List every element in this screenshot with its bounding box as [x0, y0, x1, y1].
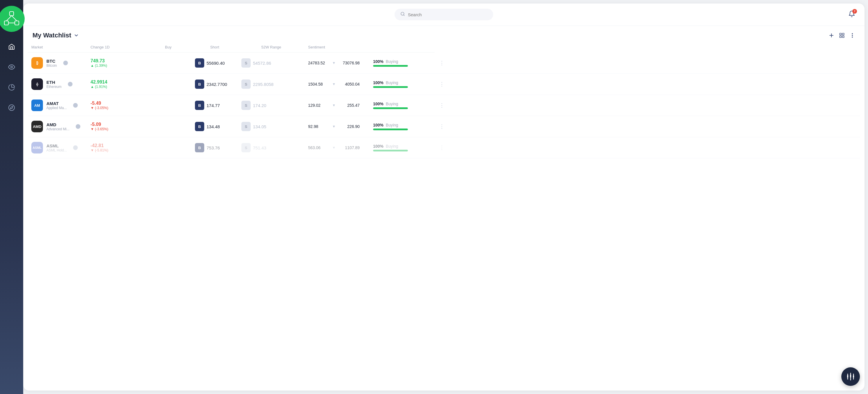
- short-button-btc[interactable]: S: [241, 58, 251, 68]
- buy-price-amat: 174.77: [207, 103, 220, 108]
- search-container[interactable]: [395, 9, 493, 20]
- more-button-eth[interactable]: ⋮: [438, 81, 445, 87]
- range-arrow-amd: ▼: [332, 124, 336, 128]
- ticker-asml: ASML: [46, 143, 67, 148]
- sidebar-item-watchlist[interactable]: [5, 61, 18, 73]
- more-options-icon[interactable]: [849, 32, 855, 38]
- buy-cell-eth[interactable]: B 2342.7700: [191, 74, 238, 95]
- market-cell-amat: AM AMAT Applied Ma...: [28, 95, 87, 116]
- svg-rect-2: [15, 21, 19, 25]
- row-more-eth[interactable]: ⋮: [435, 74, 860, 95]
- sentiment-bar-eth: [373, 86, 408, 88]
- short-cell-btc[interactable]: S 54572.86: [238, 53, 305, 74]
- short-price-eth: 2295.8058: [253, 82, 274, 87]
- discover-icon: [8, 104, 15, 111]
- fab-button[interactable]: [841, 367, 860, 386]
- sidebar-item-discover[interactable]: [5, 101, 18, 114]
- notification-button[interactable]: 7: [848, 10, 855, 19]
- svg-point-18: [852, 33, 852, 34]
- sentiment-fill-amd: [373, 128, 408, 130]
- change-pct-amat: ▼ (-3.05%): [91, 106, 142, 110]
- logo: [0, 6, 25, 32]
- buy-cell-asml[interactable]: B 753.76: [191, 137, 238, 158]
- row-more-btc[interactable]: ⋮: [435, 53, 860, 74]
- col-header-short: Short: [191, 42, 238, 53]
- sidebar-item-home[interactable]: [5, 41, 18, 53]
- sentiment-label-btc: Buying: [386, 59, 398, 64]
- buy-button-amat[interactable]: B: [195, 101, 204, 110]
- chart-settings-icon: [846, 372, 855, 381]
- sentiment-label-eth: Buying: [386, 80, 398, 85]
- range-arrow-amat: ▼: [332, 103, 336, 108]
- range-low-amd: 92.98: [308, 124, 330, 129]
- short-button-asml[interactable]: S: [241, 143, 251, 152]
- buy-cell-amd[interactable]: B 134.48: [191, 116, 238, 137]
- sentiment-fill-asml: [373, 150, 408, 151]
- watchlist-title-text: My Watchlist: [32, 32, 71, 39]
- buy-button-asml[interactable]: B: [195, 143, 204, 152]
- name-amat: Applied Ma...: [46, 106, 67, 110]
- short-price-amat: 174.20: [253, 103, 266, 108]
- col-header-sentiment: Sentiment: [305, 42, 370, 53]
- sentiment-bar-amat: [373, 108, 408, 109]
- short-button-eth[interactable]: S: [241, 80, 251, 89]
- pie-icon-btc: [63, 60, 68, 66]
- watchlist-title[interactable]: My Watchlist: [32, 32, 79, 39]
- buy-button-eth[interactable]: B: [195, 80, 204, 89]
- change-pct-amd: ▼ (-3.65%): [91, 127, 142, 131]
- buy-price-btc: 55690.40: [207, 61, 225, 66]
- range-arrow-eth: ▼: [332, 82, 336, 86]
- watchlist-header: My Watchlist: [23, 26, 865, 42]
- short-cell-amd[interactable]: S 134.05: [238, 116, 305, 137]
- grid-icon[interactable]: [839, 32, 845, 38]
- add-item-icon[interactable]: [829, 32, 834, 38]
- range-cell-amat: 129.02 ▼ 255.47: [305, 95, 370, 116]
- short-button-amat[interactable]: S: [241, 101, 251, 110]
- sidebar-item-portfolio[interactable]: [5, 81, 18, 93]
- sentiment-label-amat: Buying: [386, 101, 398, 106]
- sentiment-bar-amd: [373, 128, 408, 130]
- buy-cell-amat[interactable]: B 174.77: [191, 95, 238, 116]
- more-button-amd[interactable]: ⋮: [438, 124, 445, 129]
- more-button-asml[interactable]: ⋮: [438, 145, 445, 151]
- header-right: 7: [848, 10, 855, 19]
- col-header-change: Change 1D: [87, 42, 145, 53]
- more-button-btc[interactable]: ⋮: [438, 60, 445, 66]
- col-header-buy: Buy: [145, 42, 191, 53]
- short-cell-asml[interactable]: S 751.43: [238, 137, 305, 158]
- svg-rect-17: [842, 36, 844, 38]
- range-cell-eth: 1504.58 ▼ 4050.04: [305, 74, 370, 95]
- market-info-asml: ASML ASML Hold...: [46, 143, 67, 152]
- range-low-amat: 129.02: [308, 103, 330, 108]
- change-value-eth: 42.9914: [91, 80, 142, 85]
- sentiment-pct-amat: 100%: [373, 101, 383, 106]
- portfolio-icon: [8, 84, 15, 91]
- sentiment-cell-amat: 100% Buying: [370, 95, 435, 116]
- search-input[interactable]: [408, 12, 487, 17]
- buy-button-amd[interactable]: B: [195, 122, 204, 131]
- buy-cell-btc[interactable]: B 55690.40: [191, 53, 238, 74]
- chart-cell-amat: [145, 95, 191, 116]
- short-button-amd[interactable]: S: [241, 122, 251, 131]
- name-eth: Ethereum: [46, 85, 62, 89]
- short-price-amd: 134.05: [253, 124, 266, 129]
- sentiment-cell-btc: 100% Buying: [370, 53, 435, 74]
- col-header-market: Market: [28, 42, 87, 53]
- market-info-eth: ETH Ethereum: [46, 80, 62, 89]
- chart-cell-asml: [145, 137, 191, 158]
- ticker-amd: AMD: [46, 122, 69, 127]
- buy-button-btc[interactable]: B: [195, 58, 204, 68]
- short-cell-amat[interactable]: S 174.20: [238, 95, 305, 116]
- row-more-amat[interactable]: ⋮: [435, 95, 860, 116]
- watchlist-table: Market Change 1D Buy Short 52W Range Sen…: [28, 42, 860, 158]
- more-button-amat[interactable]: ⋮: [438, 102, 445, 108]
- short-cell-eth[interactable]: S 2295.8058: [238, 74, 305, 95]
- sentiment-bar-asml: [373, 150, 408, 151]
- table-row: ₿ BTC Bitcoin 749.73 ▲ (1.39%): [28, 53, 860, 74]
- sentiment-label-asml: Buying: [386, 144, 398, 149]
- row-more-asml[interactable]: ⋮: [435, 137, 860, 158]
- row-more-amd[interactable]: ⋮: [435, 116, 860, 137]
- svg-rect-24: [850, 374, 851, 377]
- buy-price-eth: 2342.7700: [207, 82, 227, 87]
- ticker-amat: AMAT: [46, 101, 67, 106]
